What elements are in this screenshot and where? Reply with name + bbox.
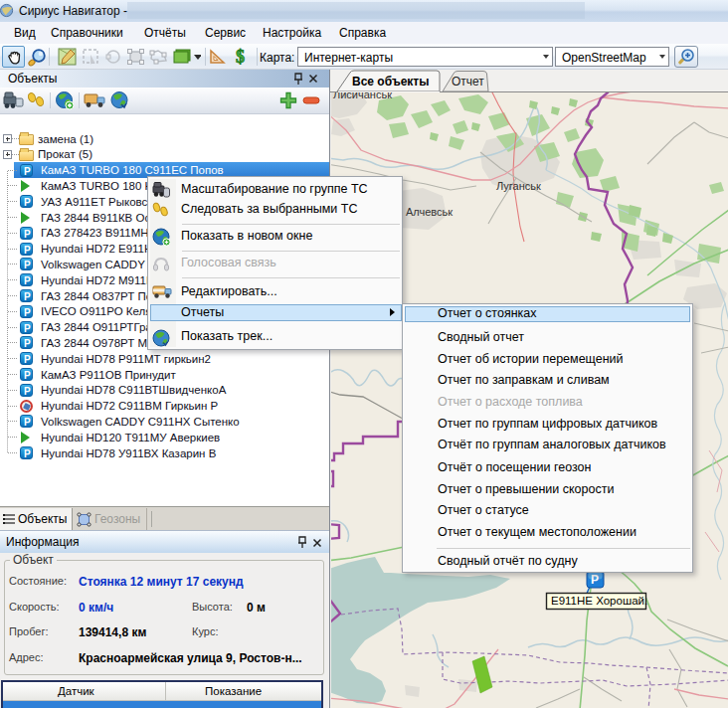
svg-text:Отчет: Отчет [452, 75, 484, 88]
svg-text:$: $ [236, 47, 245, 67]
svg-text:Все объекты: Все объекты [352, 75, 429, 88]
svg-text:P: P [591, 573, 599, 587]
svg-text:Е911НЕ Хорошай.: Е911НЕ Хорошай. [551, 595, 647, 607]
svg-text:Алчевськ: Алчевськ [406, 206, 453, 218]
svg-text:Луганськ: Луганськ [496, 180, 541, 192]
svg-text:Лисичанськ: Лисичанськ [333, 92, 392, 100]
